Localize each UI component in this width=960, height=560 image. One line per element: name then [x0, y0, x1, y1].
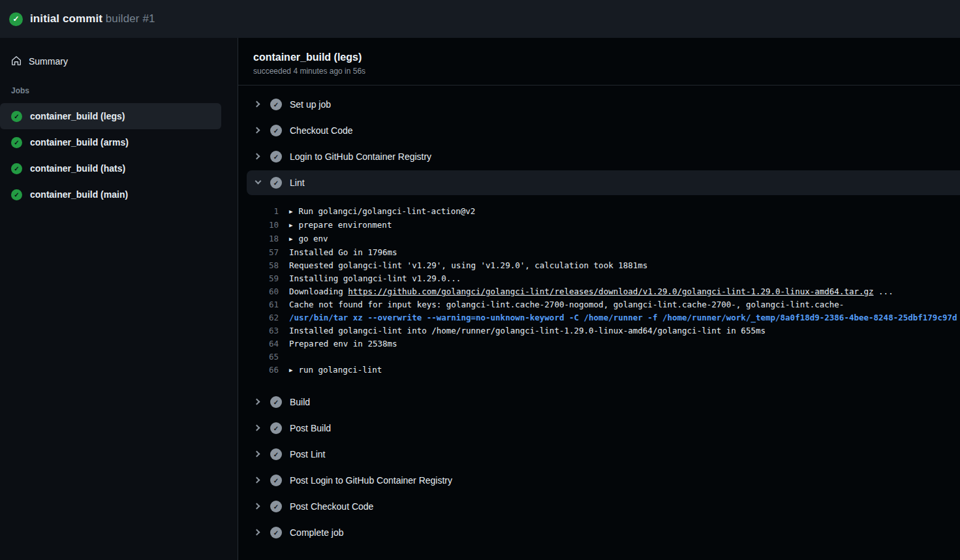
- log-line: 63 Installed golangci-lint into /home/ru…: [238, 324, 960, 337]
- step-post-build[interactable]: ✓ Post Build: [238, 415, 960, 441]
- sidebar: Summary Jobs ✓ container_build (legs) ✓ …: [0, 38, 238, 560]
- job-label: container_build (legs): [30, 111, 125, 121]
- step-post-login-to-github-container-registry[interactable]: ✓ Post Login to GitHub Container Registr…: [238, 467, 960, 493]
- log-line: 66 ▶run golangci-lint: [238, 364, 960, 377]
- step-post-checkout-code[interactable]: ✓ Post Checkout Code: [238, 493, 960, 520]
- home-icon: [11, 55, 22, 68]
- step-build[interactable]: ✓ Build: [238, 389, 960, 415]
- summary-label: Summary: [29, 56, 68, 67]
- log-line-number: 66: [238, 364, 279, 377]
- step-set-up-job[interactable]: ✓ Set up job: [238, 91, 960, 117]
- job-header: container_build (legs) succeeded 4 minut…: [238, 38, 960, 85]
- step-label: Checkout Code: [290, 125, 353, 136]
- step-login-to-github-container-registry[interactable]: ✓ Login to GitHub Container Registry: [238, 144, 960, 170]
- log-line-number: 59: [238, 272, 279, 285]
- log-group-marker-icon[interactable]: ▶: [289, 219, 292, 232]
- chevron-right-icon[interactable]: [255, 398, 262, 406]
- chevron-right-icon[interactable]: [255, 101, 262, 108]
- chevron-right-icon[interactable]: [255, 127, 262, 134]
- run-success-icon: ✓: [9, 12, 23, 26]
- chevron-right-icon[interactable]: [255, 450, 262, 458]
- job-success-icon: ✓: [11, 163, 22, 174]
- log-line-number: 65: [238, 350, 279, 364]
- step-success-icon: ✓: [270, 99, 282, 110]
- chevron-right-icon[interactable]: [255, 503, 262, 510]
- log-line-number: 18: [238, 232, 279, 246]
- log-line-number: 1: [238, 205, 279, 219]
- sidebar-job-container-build-hats[interactable]: ✓ container_build (hats): [0, 155, 221, 181]
- actions-run-page: ✓ initial commit builder #1 Summary Jobs: [0, 0, 960, 560]
- run-number: #1: [142, 12, 155, 25]
- check-glyph: ✓: [12, 14, 19, 23]
- step-success-icon: ✓: [270, 125, 282, 136]
- run-title: initial commit builder #1: [30, 12, 155, 25]
- job-label: container_build (main): [30, 189, 128, 200]
- log-group-marker-icon[interactable]: ▶: [289, 205, 292, 218]
- step-label: Post Login to GitHub Container Registry: [290, 475, 452, 486]
- log-line-number: 63: [238, 324, 279, 337]
- step-success-icon: ✓: [270, 422, 282, 434]
- log-line: 57 Installed Go in 1796ms: [238, 246, 960, 259]
- log-line: 59 Installing golangci-lint v1.29.0...: [238, 272, 960, 285]
- step-label: Build: [290, 397, 310, 407]
- chevron-right-icon[interactable]: [255, 476, 262, 484]
- download-url-link[interactable]: https://github.com/golangci/golangci-lin…: [348, 287, 873, 296]
- chevron-right-icon[interactable]: [255, 529, 262, 537]
- log-line: 10 ▶prepare environment: [238, 219, 960, 232]
- log-line: 62 /usr/bin/tar xz --overwrite --warning…: [238, 311, 960, 324]
- workflow-name: builder: [106, 12, 140, 25]
- lint-log-output: 1 ▶Run golangci/golangci-lint-action@v2 …: [238, 196, 960, 389]
- job-success-icon: ✓: [11, 189, 22, 200]
- step-checkout-code[interactable]: ✓ Checkout Code: [238, 117, 960, 144]
- log-line: 58 Requested golangci-lint 'v1.29', usin…: [238, 259, 960, 272]
- step-label: Lint: [290, 178, 305, 188]
- step-label: Post Lint: [290, 449, 325, 459]
- commit-title: initial commit: [30, 12, 102, 25]
- step-success-icon: ✓: [270, 474, 282, 486]
- job-label: container_build (arms): [30, 137, 129, 148]
- step-label: Login to GitHub Container Registry: [290, 151, 431, 162]
- step-label: Post Checkout Code: [290, 501, 373, 512]
- log-group-marker-icon[interactable]: ▶: [289, 364, 292, 377]
- log-line: 64 Prepared env in 2538ms: [238, 337, 960, 350]
- step-lint[interactable]: ✓ Lint: [247, 170, 960, 195]
- log-line-number: 62: [238, 311, 279, 324]
- chevron-right-icon[interactable]: [255, 153, 262, 161]
- chevron-right-icon[interactable]: [255, 424, 262, 432]
- step-success-icon: ✓: [270, 396, 282, 408]
- log-line-number: 57: [238, 246, 279, 259]
- job-list: ✓ container_build (legs) ✓ container_bui…: [0, 103, 238, 208]
- sidebar-item-summary[interactable]: Summary: [0, 51, 238, 72]
- chevron-down-icon[interactable]: [255, 179, 262, 187]
- job-title: container_build (legs): [253, 52, 960, 63]
- step-label: Set up job: [290, 99, 331, 110]
- step-complete-job[interactable]: ✓ Complete job: [238, 520, 960, 546]
- log-line: 1 ▶Run golangci/golangci-lint-action@v2: [238, 205, 960, 219]
- log-line-number: 64: [238, 337, 279, 350]
- log-line: 61 Cache not found for input keys: golan…: [238, 298, 960, 311]
- log-group-marker-icon[interactable]: ▶: [289, 232, 292, 245]
- step-label: Complete job: [290, 527, 344, 538]
- job-success-icon: ✓: [11, 111, 22, 122]
- job-status-text: succeeded 4 minutes ago in 56s: [253, 67, 960, 76]
- jobs-section-label: Jobs: [0, 86, 238, 95]
- step-success-icon: ✓: [270, 177, 282, 189]
- step-post-lint[interactable]: ✓ Post Lint: [238, 441, 960, 467]
- log-line-number: 58: [238, 259, 279, 272]
- sidebar-job-container-build-legs[interactable]: ✓ container_build (legs): [0, 103, 221, 129]
- job-success-icon: ✓: [11, 137, 22, 148]
- log-line: 65: [238, 350, 960, 364]
- log-line: 60 Downloading https://github.com/golang…: [238, 285, 960, 298]
- steps-list: ✓ Set up job ✓ Checkout Code ✓ Login to …: [238, 86, 960, 546]
- sidebar-job-container-build-main[interactable]: ✓ container_build (main): [0, 181, 221, 208]
- job-label: container_build (hats): [30, 163, 125, 174]
- log-line-number: 60: [238, 285, 279, 298]
- command-text: /usr/bin/tar xz --overwrite --warning=no…: [289, 313, 957, 322]
- run-header: ✓ initial commit builder #1: [0, 0, 960, 38]
- step-success-icon: ✓: [270, 448, 282, 460]
- sidebar-job-container-build-arms[interactable]: ✓ container_build (arms): [0, 129, 221, 155]
- log-line-number: 10: [238, 219, 279, 232]
- step-success-icon: ✓: [270, 501, 282, 512]
- job-log-panel: container_build (legs) succeeded 4 minut…: [238, 38, 960, 560]
- step-label: Post Build: [290, 423, 331, 433]
